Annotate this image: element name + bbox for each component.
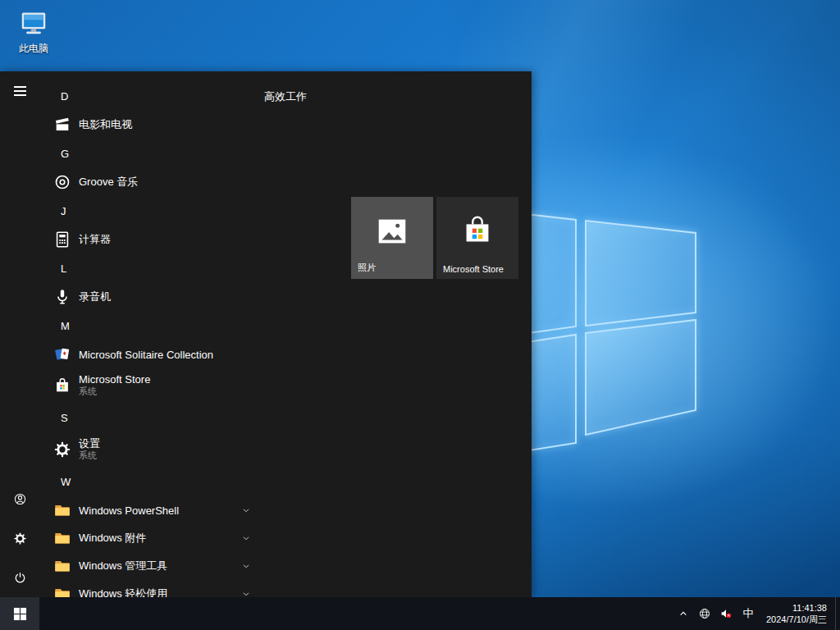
app-text: Microsoft Store 系统: [79, 373, 150, 398]
app-list: D 电影和电视 G Groove 音乐 J: [39, 71, 271, 597]
section-letter: L: [61, 262, 66, 275]
app-label: 录音机: [79, 290, 111, 304]
system-tray: 中 11:41:38 2024/7/10/周三: [673, 597, 840, 630]
power-button[interactable]: [0, 558, 39, 597]
volume-muted-icon: [719, 607, 733, 620]
section-letter: W: [61, 476, 71, 488]
clock-date: 2024/7/10/周三: [766, 614, 827, 625]
ime-indicator[interactable]: 中: [737, 606, 760, 621]
settings-button[interactable]: [0, 518, 39, 558]
section-letter: M: [61, 320, 70, 332]
app-item-solitaire[interactable]: Microsoft Solitaire Collection: [39, 340, 271, 368]
clock[interactable]: 11:41:38 2024/7/10/周三: [760, 602, 835, 625]
section-letter: S: [61, 412, 68, 424]
section-header-m[interactable]: M: [39, 311, 271, 340]
user-icon: [13, 492, 27, 506]
gear-icon: [52, 440, 72, 459]
computer-icon: [18, 8, 49, 39]
section-header-j[interactable]: J: [39, 196, 271, 226]
tile-microsoft-store[interactable]: Microsoft Store: [436, 197, 518, 279]
chevron-down-icon: [241, 505, 251, 515]
show-desktop-button[interactable]: [835, 597, 840, 630]
folder-item-admin-tools[interactable]: Windows 管理工具: [39, 552, 271, 580]
folder-label: Windows 附件: [79, 531, 146, 546]
folder-label: Windows 轻松使用: [79, 587, 167, 597]
folder-item-ease-of-access[interactable]: Windows 轻松使用: [39, 580, 271, 597]
app-item-settings[interactable]: 设置 系统: [39, 432, 271, 467]
solitaire-icon: [52, 345, 72, 364]
tile-label: Microsoft Store: [443, 264, 515, 274]
app-label: Groove 音乐: [79, 175, 138, 189]
rail-bottom: [0, 479, 39, 597]
section-header-l[interactable]: L: [39, 253, 271, 283]
section-header-g[interactable]: G: [39, 139, 271, 168]
volume-muted-button[interactable]: [715, 597, 737, 630]
clock-time: 11:41:38: [766, 602, 827, 614]
chevron-up-icon: [677, 607, 690, 620]
start-menu: D 电影和电视 G Groove 音乐 J: [0, 71, 532, 597]
folder-label: Windows PowerShell: [79, 504, 179, 517]
folder-item-powershell[interactable]: Windows PowerShell: [39, 496, 271, 524]
globe-network-icon: [698, 607, 711, 620]
user-account-button[interactable]: [0, 479, 39, 518]
this-pc-desktop-icon[interactable]: 此电脑: [10, 8, 57, 56]
store-icon: [52, 376, 72, 395]
expand-menu-button[interactable]: [0, 71, 39, 111]
screen: 此电脑: [0, 0, 840, 630]
app-item-voice-recorder[interactable]: 录音机: [39, 283, 271, 311]
section-header-d[interactable]: D: [39, 81, 271, 111]
photos-icon: [373, 212, 411, 250]
folder-icon: [52, 528, 72, 548]
app-label: 计算器: [79, 232, 111, 247]
section-header-s[interactable]: S: [39, 403, 271, 432]
start-menu-rail: [0, 71, 39, 597]
app-text: 设置 系统: [79, 437, 100, 462]
app-item-microsoft-store[interactable]: Microsoft Store 系统: [39, 368, 271, 403]
tile-photos[interactable]: 照片: [351, 197, 433, 279]
app-subtitle: 系统: [79, 450, 100, 462]
app-item-calculator[interactable]: 计算器: [39, 226, 271, 253]
app-item-movies-tv[interactable]: 电影和电视: [39, 111, 271, 139]
app-subtitle: 系统: [79, 386, 150, 398]
folder-label: Windows 管理工具: [79, 559, 167, 573]
tile-label: 照片: [358, 262, 430, 274]
section-letter: D: [61, 90, 68, 103]
calculator-icon: [52, 230, 72, 249]
store-icon: [459, 212, 496, 250]
section-letter: G: [61, 148, 69, 160]
power-icon: [13, 571, 27, 585]
gear-icon: [13, 532, 27, 546]
folder-icon: [52, 584, 72, 597]
app-label: 设置: [79, 437, 100, 450]
chevron-down-icon: [241, 589, 251, 597]
this-pc-label: 此电脑: [19, 42, 48, 56]
taskbar: 中 11:41:38 2024/7/10/周三: [0, 597, 840, 630]
section-header-w[interactable]: W: [39, 467, 271, 496]
folder-icon: [52, 500, 72, 520]
folder-item-accessories[interactable]: Windows 附件: [39, 524, 271, 552]
chevron-down-icon: [241, 561, 251, 571]
app-label: Microsoft Store: [79, 373, 150, 386]
start-button[interactable]: [0, 597, 39, 630]
windows-logo-icon: [13, 607, 27, 621]
groove-music-icon: [52, 172, 72, 192]
network-status-button[interactable]: [694, 597, 715, 630]
chevron-down-icon: [241, 533, 251, 543]
movies-tv-icon: [52, 115, 72, 135]
section-letter: J: [61, 205, 66, 217]
app-label: 电影和电视: [79, 117, 132, 132]
tray-expand-button[interactable]: [673, 597, 694, 630]
app-label: Microsoft Solitaire Collection: [79, 349, 213, 361]
folder-icon: [52, 556, 72, 576]
tile-row: 照片 Microsoft Store: [351, 197, 518, 279]
tile-group-title[interactable]: 高效工作: [264, 89, 307, 104]
hamburger-icon: [14, 86, 26, 96]
voice-recorder-icon: [52, 287, 72, 307]
app-item-groove-music[interactable]: Groove 音乐: [39, 168, 271, 196]
